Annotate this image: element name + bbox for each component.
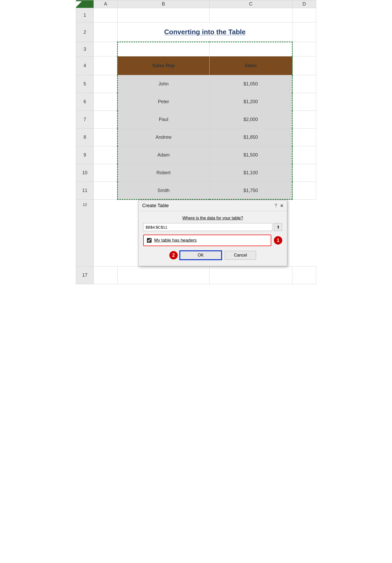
cell-b6: Peter (117, 93, 209, 111)
dialog-cell: Create Table ? × Where is the data for y… (94, 200, 316, 266)
row-num-2: 2 (76, 22, 94, 42)
col-header-c[interactable]: C (209, 0, 292, 8)
dialog-close-button[interactable]: × (280, 203, 283, 209)
cell-d11[interactable] (292, 182, 316, 200)
headers-checkbox[interactable] (147, 238, 152, 243)
cell-b9: Adam (117, 146, 209, 164)
row-num-11: 11 (76, 182, 94, 200)
cell-c5: $1,050 (209, 75, 292, 93)
cell-a10[interactable] (94, 164, 118, 182)
table-row: 11 Smith $1,750 (76, 182, 316, 200)
table-row: 7 Paul $2,000 (76, 111, 316, 129)
cell-d3[interactable] (292, 42, 316, 56)
dialog-buttons: 2 OK Cancel (143, 250, 282, 262)
table-row: 2 Converting into the Table (76, 22, 316, 42)
col-header-a[interactable]: A (94, 0, 118, 8)
cell-a4[interactable] (94, 56, 118, 75)
dialog-controls: ? × (274, 203, 283, 209)
cell-b3[interactable] (117, 42, 209, 56)
row-num-10: 10 (76, 164, 94, 182)
corner-cell (76, 0, 94, 8)
cell-a2 (94, 22, 118, 42)
table-row: 8 Andrew $1,850 (76, 129, 316, 146)
row-num-12: 12 (76, 200, 94, 266)
row-num-6: 6 (76, 93, 94, 111)
dialog-data-label: Where is the data for your table? (143, 216, 282, 220)
cell-a6[interactable] (94, 93, 118, 111)
table-row: 5 John $1,050 (76, 75, 316, 93)
cell-b4: Sales Rep (117, 56, 209, 75)
table-row: 3 (76, 42, 316, 56)
cell-b11: Smith (117, 182, 209, 200)
cell-d5[interactable] (292, 75, 316, 93)
cell-c1[interactable] (209, 8, 292, 22)
cell-a3[interactable] (94, 42, 118, 56)
table-row: 17 (76, 266, 316, 284)
badge-1: 1 (274, 236, 282, 245)
row-num-9: 9 (76, 146, 94, 164)
row-num-3: 3 (76, 42, 94, 56)
cell-a9[interactable] (94, 146, 118, 164)
upload-icon: ⬆ (276, 225, 280, 230)
row-num-1: 1 (76, 8, 94, 22)
table-row: 4 Sales Rep Sales (76, 56, 316, 75)
headers-checkbox-row: My table has headers (143, 235, 271, 246)
dialog-input-row: ⬆ (143, 223, 282, 231)
ok-button[interactable]: OK (180, 251, 222, 260)
cell-b10: Robert (117, 164, 209, 182)
dialog-body: Where is the data for your table? ⬆ My t… (139, 211, 287, 266)
table-row: 9 Adam $1,500 (76, 146, 316, 164)
row-num-17: 17 (76, 266, 94, 284)
headers-checkbox-label[interactable]: My table has headers (154, 238, 197, 243)
cell-d7[interactable] (292, 111, 316, 129)
row-num-7: 7 (76, 111, 94, 129)
column-headers: A B C D (76, 0, 316, 8)
cell-c7: $2,000 (209, 111, 292, 129)
cell-c4: Sales (209, 56, 292, 75)
cell-b1[interactable] (117, 8, 209, 22)
cell-a8[interactable] (94, 129, 118, 146)
row-num-5: 5 (76, 75, 94, 93)
cell-a17[interactable] (94, 266, 118, 284)
create-table-dialog: Create Table ? × Where is the data for y… (138, 200, 287, 266)
cell-d10[interactable] (292, 164, 316, 182)
dialog-help-button[interactable]: ? (274, 203, 277, 208)
dialog-title: Create Table (142, 203, 169, 208)
cell-b17[interactable] (117, 266, 209, 284)
range-selector-button[interactable]: ⬆ (274, 223, 282, 231)
cell-b5: John (117, 75, 209, 93)
cell-a5[interactable] (94, 75, 118, 93)
cell-d9[interactable] (292, 146, 316, 164)
cell-d4[interactable] (292, 56, 316, 75)
cell-c11: $1,750 (209, 182, 292, 200)
cell-c9: $1,500 (209, 146, 292, 164)
cell-b7: Paul (117, 111, 209, 129)
cell-a1[interactable] (94, 8, 118, 22)
table-row: 6 Peter $1,200 (76, 93, 316, 111)
cancel-button[interactable]: Cancel (225, 251, 256, 260)
cell-d8[interactable] (292, 129, 316, 146)
cell-d6[interactable] (292, 93, 316, 111)
table-range-input[interactable] (143, 223, 272, 231)
cell-b8: Andrew (117, 129, 209, 146)
dialog-titlebar: Create Table ? × (139, 200, 287, 211)
table-row: 10 Robert $1,100 (76, 164, 316, 182)
col-header-b[interactable]: B (117, 0, 209, 8)
cell-a7[interactable] (94, 111, 118, 129)
col-header-d[interactable]: D (292, 0, 316, 8)
table-row: 1 (76, 8, 316, 22)
row-num-4: 4 (76, 56, 94, 75)
dialog-host-row: 12 Create Table ? × Where is the data fo… (76, 200, 316, 266)
title-cell: Converting into the Table (117, 22, 292, 42)
cell-c17[interactable] (209, 266, 292, 284)
cell-c10: $1,100 (209, 164, 292, 182)
cell-c8: $1,850 (209, 129, 292, 146)
cell-c3[interactable] (209, 42, 292, 56)
cell-d17[interactable] (292, 266, 316, 284)
main-title: Converting into the Table (164, 28, 246, 36)
badge-2: 2 (169, 251, 178, 259)
row-num-8: 8 (76, 129, 94, 146)
cell-a11[interactable] (94, 182, 118, 200)
cell-d2 (292, 22, 316, 42)
cell-d1[interactable] (292, 8, 316, 22)
